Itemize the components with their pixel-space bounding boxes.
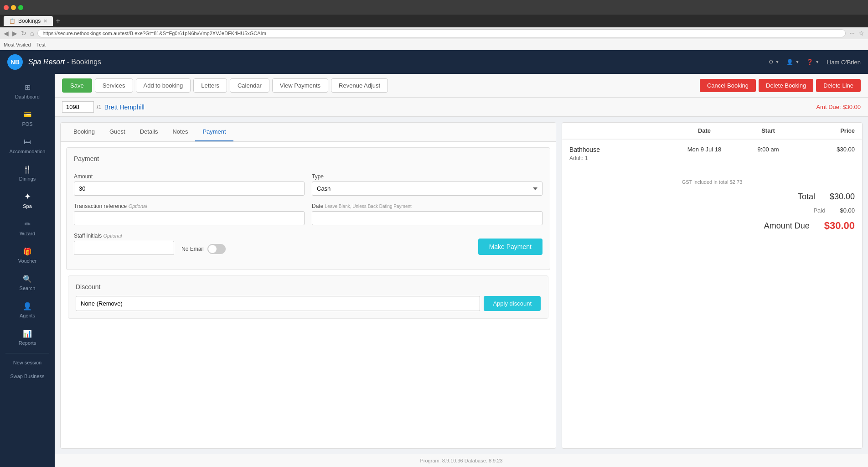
transaction-ref-input[interactable] [74,211,305,225]
staff-initials-label: Staff initials Optional [74,233,174,239]
sidebar-item-dashboard[interactable]: ⊞ Dashboard [0,78,55,104]
gst-note: GST included in total $2.73 [562,176,862,188]
date-label: Date Leave Blank, Unless Back Dating Pay… [312,203,542,209]
pos-icon: 💳 [22,109,32,119]
back-btn[interactable]: ◀ [4,30,9,37]
settings-btn[interactable]: ⚙ ▼ [769,59,780,65]
amount-due-label: Amount Due [764,221,810,231]
app-logo: NB [7,54,23,70]
bookmark-test[interactable]: Test [36,42,46,47]
summary-header: Date Start Price [562,123,862,140]
sidebar-label-accommodation: Accommodation [10,149,46,154]
services-button[interactable]: Services [95,78,133,93]
sidebar-item-pos[interactable]: 💳 POS [0,105,55,131]
sidebar-label-voucher: Voucher [18,258,36,264]
apply-discount-button[interactable]: Apply discount [484,296,541,311]
no-email-group: No Email [181,244,226,254]
help-icon: ❓ [806,59,813,65]
service-price: $30.00 [800,146,855,153]
amount-input[interactable] [74,182,305,196]
settings-chevron: ▼ [775,60,780,64]
sidebar-label-search: Search [20,285,36,291]
type-label: Type [312,173,542,180]
delete-line-button[interactable]: Delete Line [816,79,861,92]
add-to-booking-button[interactable]: Add to booking [136,78,191,93]
letters-button[interactable]: Letters [193,78,227,93]
sidebar-item-voucher[interactable]: 🎁 Voucher [0,242,55,268]
calendar-button[interactable]: Calendar [230,78,269,93]
sidebar-item-agents[interactable]: 👤 Agents [0,296,55,323]
cancel-booking-button[interactable]: Cancel Booking [700,79,756,92]
search-icon: 🔍 [22,274,32,284]
sidebar-new-session[interactable]: New session [0,356,55,369]
col-start-header: Start [736,127,800,134]
amount-label: Amount [74,173,305,180]
help-btn[interactable]: ❓ ▼ [806,59,819,65]
sidebar-label-dinings: Dinings [19,176,36,182]
sidebar-label-spa: Spa [23,203,32,209]
staff-initials-group: Staff initials Optional [74,233,174,255]
header-right: ⚙ ▼ 👤 ▼ ❓ ▼ Liam O'Brien [769,59,861,66]
sidebar-item-spa[interactable]: ✦ Spa [0,187,55,213]
browser-tab[interactable]: 📋 Bookings ✕ [4,16,53,26]
service-start: 9:00 am [736,146,800,153]
no-email-toggle[interactable] [207,244,226,254]
reload-btn[interactable]: ↻ [21,30,26,37]
wizard-icon: ✏ [22,219,32,229]
date-input[interactable] [312,211,542,225]
staff-initials-input[interactable] [74,241,174,255]
home-btn[interactable]: ⌂ [30,30,34,37]
tab-title: Bookings [18,18,41,24]
spa-icon: ✦ [22,192,32,202]
dashboard-icon: ⊞ [22,82,32,92]
paid-row: Paid $0.00 [562,205,862,216]
url-bar[interactable]: https://secure.netbookings.com.au/test/B… [37,29,846,37]
table-row: Bathhouse Adult: 1 Mon 9 Jul 18 9:00 am … [562,140,862,168]
delete-booking-button[interactable]: Delete Booking [759,79,813,92]
user-icon: 👤 [786,59,793,65]
discount-select[interactable]: None (Remove) 10% 15% 20% 25% 50% [76,296,480,311]
booking-id-input[interactable] [62,101,94,113]
tab-payment[interactable]: Payment [195,123,233,141]
browser-menu[interactable]: ⋯ [849,30,855,36]
make-payment-button[interactable]: Make Payment [478,239,542,255]
bookmark-most-visited[interactable]: Most Visited [4,42,31,47]
tab-close[interactable]: ✕ [43,18,47,24]
service-sub: Adult: 1 [569,155,672,161]
paid-label: Paid [813,207,825,214]
content-area: Booking Guest Details Notes Payment Paym… [55,117,868,454]
bookmark-btn[interactable]: ☆ [858,30,864,37]
sidebar-swap-business[interactable]: Swap Business [0,370,55,383]
help-chevron: ▼ [815,60,819,64]
booking-guest-name[interactable]: Brett Hemphill [104,104,145,111]
sidebar-label-reports: Reports [19,340,36,346]
type-select[interactable]: Cash Credit Card Cheque EFTPOS [312,182,542,196]
user-chevron: ▼ [795,60,799,64]
sidebar-item-dinings[interactable]: 🍴 Dinings [0,160,55,186]
sidebar-item-wizard[interactable]: ✏ Wizard [0,214,55,241]
new-tab-btn[interactable]: + [56,17,60,25]
view-payments-button[interactable]: View Payments [272,78,328,93]
discount-title: Discount [76,283,541,291]
settings-icon: ⚙ [769,59,774,65]
agents-icon: 👤 [22,301,32,311]
tab-details[interactable]: Details [133,123,165,141]
forward-btn[interactable]: ▶ [12,30,17,37]
sidebar-item-search[interactable]: 🔍 Search [0,269,55,296]
payment-section: Payment Amount Type Cash Credit Card [66,147,550,270]
transaction-ref-label: Transaction reference Optional [74,203,305,209]
revenue-adjust-button[interactable]: Revenue Adjust [331,78,388,93]
transaction-ref-group: Transaction reference Optional [74,203,305,225]
paid-value: $0.00 [840,207,855,214]
app-title: Spa Resort - Bookings [28,58,101,66]
sidebar-item-accommodation[interactable]: 🛏 Accommodation [0,132,55,159]
user-name: Liam O'Brien [827,59,861,66]
tab-notes[interactable]: Notes [165,123,195,141]
sidebar-item-reports[interactable]: 📊 Reports [0,324,55,350]
accommodation-icon: 🛏 [22,137,32,147]
col-date-header: Date [672,127,736,134]
user-btn[interactable]: 👤 ▼ [786,59,799,65]
tab-booking[interactable]: Booking [66,123,102,141]
tab-guest[interactable]: Guest [102,123,133,141]
save-button[interactable]: Save [62,78,92,93]
